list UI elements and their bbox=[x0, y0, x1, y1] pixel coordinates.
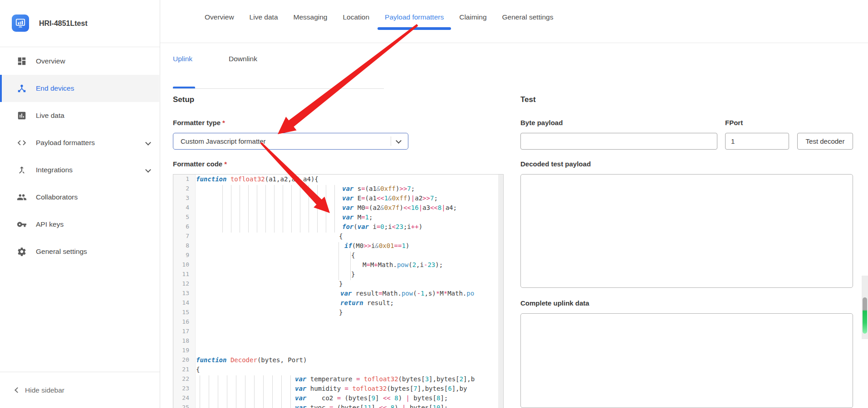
code-line-2[interactable]: var s=(a1&0xff)>>7; bbox=[196, 185, 498, 194]
tab-label: Live data bbox=[250, 13, 278, 21]
indent-guide bbox=[326, 214, 326, 223]
formatter-type-value: Custom Javascript formatter bbox=[181, 137, 266, 145]
indent-guide bbox=[265, 223, 266, 233]
line-number: 21 bbox=[173, 366, 195, 375]
test-decoder-button[interactable]: Test decoder bbox=[797, 133, 853, 150]
indent-guide bbox=[245, 385, 245, 394]
indent-guide bbox=[257, 214, 257, 223]
code-line-15[interactable]: } bbox=[196, 309, 498, 318]
sidebar-item-end-devices[interactable]: End devices bbox=[0, 75, 159, 102]
page-scrollbar-thumb[interactable] bbox=[863, 297, 867, 334]
indent-guide bbox=[290, 394, 291, 404]
complete-uplink-data-textarea[interactable] bbox=[520, 313, 853, 408]
code-line-1[interactable]: function tofloat32(a1,a2,a3,a4){ bbox=[196, 175, 498, 185]
line-number: 18 bbox=[173, 337, 195, 347]
line-number: 24 bbox=[173, 394, 195, 404]
decoded-test-payload-textarea[interactable] bbox=[520, 174, 853, 288]
indent-guide bbox=[227, 394, 227, 404]
tab-live-data[interactable]: Live data bbox=[249, 0, 279, 30]
select-divider bbox=[391, 136, 391, 146]
code-line-25[interactable]: var tvoc = (bytes[11] << 8) | bytes[10]; bbox=[196, 404, 498, 408]
code-line-9[interactable]: { bbox=[196, 252, 498, 261]
subtab-uplink[interactable]: Uplink bbox=[173, 55, 192, 63]
formatter-code-editor[interactable]: 1234567891011121314151617181920212223242… bbox=[173, 174, 504, 408]
tab-payload-formatters[interactable]: Payload formatters bbox=[384, 0, 445, 30]
line-number: 19 bbox=[173, 347, 195, 356]
line-number: 22 bbox=[173, 375, 195, 385]
indent-guide bbox=[240, 185, 240, 194]
tab-overview[interactable]: Overview bbox=[204, 0, 235, 30]
sidebar-item-integrations[interactable]: Integrations bbox=[0, 156, 159, 184]
indent-guide bbox=[265, 204, 266, 214]
indent-guide bbox=[257, 223, 257, 233]
code-line-8[interactable]: if(M0>>i&0x01==1) bbox=[196, 242, 498, 252]
code-line-20[interactable]: function Decoder(bytes, Port) bbox=[196, 356, 498, 366]
code-line-11[interactable]: } bbox=[196, 271, 498, 280]
code-line-19[interactable] bbox=[196, 347, 498, 356]
indent-guide bbox=[240, 204, 240, 214]
editor-code-area[interactable]: function tofloat32(a1,a2,a3,a4){var s=(a… bbox=[196, 175, 498, 408]
indent-guide bbox=[240, 194, 240, 204]
code-line-16[interactable] bbox=[196, 318, 498, 328]
sidebar-item-api-keys[interactable]: API keys bbox=[0, 211, 159, 238]
sidebar-item-payload-formatters[interactable]: Payload formatters bbox=[0, 129, 159, 156]
code-line-10[interactable]: M=M+Math.pow(2,i-23); bbox=[196, 261, 498, 271]
indent-guide bbox=[236, 404, 236, 408]
sidebar-item-general-settings[interactable]: General settings bbox=[0, 238, 159, 265]
code-line-22[interactable]: var temperature = tofloat32(bytes[3],byt… bbox=[196, 375, 498, 385]
indent-guide bbox=[236, 375, 236, 385]
tab-location[interactable]: Location bbox=[342, 0, 371, 30]
indent-guide bbox=[248, 194, 249, 204]
indent-guide bbox=[334, 185, 335, 194]
indent-guide bbox=[200, 385, 200, 394]
sidebar-item-overview[interactable]: Overview bbox=[0, 48, 159, 75]
indent-guide bbox=[274, 214, 275, 223]
code-line-7[interactable]: { bbox=[196, 233, 498, 242]
code-line-17[interactable] bbox=[196, 328, 498, 337]
sidebar-item-live-data[interactable]: Live data bbox=[0, 102, 159, 129]
code-line-18[interactable] bbox=[196, 337, 498, 347]
byte-payload-input[interactable] bbox=[520, 133, 717, 150]
line-number: 5 bbox=[173, 214, 195, 223]
people-icon bbox=[16, 192, 27, 203]
indent-guide bbox=[317, 194, 318, 204]
fport-input[interactable] bbox=[725, 133, 789, 150]
indent-guide bbox=[222, 204, 223, 214]
code-line-23[interactable]: var humidity = tofloat32(bytes[7],bytes[… bbox=[196, 385, 498, 394]
hide-sidebar-button[interactable]: Hide sidebar bbox=[0, 372, 160, 408]
indent-guide bbox=[248, 185, 249, 194]
code-line-3[interactable]: var E=(a1<<1&0xff)|a2>>7; bbox=[196, 194, 498, 204]
tab-general-settings[interactable]: General settings bbox=[501, 0, 554, 30]
code-line-14[interactable]: return result; bbox=[196, 299, 498, 309]
indent-guide bbox=[209, 385, 209, 394]
formatter-type-select[interactable]: Custom Javascript formatter bbox=[173, 133, 408, 150]
tab-messaging[interactable]: Messaging bbox=[293, 0, 329, 30]
indent-guide bbox=[334, 223, 335, 233]
code-line-24[interactable]: var co2 = (bytes[9] << 8) | bytes[8]; bbox=[196, 394, 498, 404]
sidebar-item-label: End devices bbox=[36, 84, 74, 92]
editor-scrollbar[interactable] bbox=[498, 175, 503, 408]
indent-guide bbox=[257, 185, 257, 194]
sidebar-item-label: Live data bbox=[36, 112, 64, 120]
tab-claiming[interactable]: Claiming bbox=[458, 0, 487, 30]
tab-label: Overview bbox=[205, 13, 234, 21]
indent-guide bbox=[334, 204, 335, 214]
sidebar-item-collaborators[interactable]: Collaborators bbox=[0, 184, 159, 211]
indent-guide bbox=[200, 404, 200, 408]
subtab-downlink[interactable]: Downlink bbox=[229, 55, 257, 63]
code-line-4[interactable]: var M0=(a2&0x7f)<<16|a3<<8|a4; bbox=[196, 204, 498, 214]
code-line-21[interactable]: { bbox=[196, 366, 498, 375]
setup-heading: Setup bbox=[173, 95, 194, 104]
sidebar-item-label: API keys bbox=[36, 220, 64, 228]
indent-guide bbox=[272, 375, 273, 385]
code-line-12[interactable]: } bbox=[196, 280, 498, 290]
code-line-5[interactable]: var M=1; bbox=[196, 214, 498, 223]
indent-guide bbox=[254, 375, 255, 385]
indent-guide bbox=[231, 214, 231, 223]
line-number: 7 bbox=[173, 233, 195, 242]
key-icon bbox=[16, 219, 27, 230]
line-number: 2 bbox=[173, 185, 195, 194]
app-title: HRI-4851Ltest bbox=[39, 0, 88, 47]
code-line-6[interactable]: for(var i=0;i<23;i++) bbox=[196, 223, 498, 233]
code-line-13[interactable]: var result=Math.pow(-1,s)*M*Math.po bbox=[196, 290, 498, 299]
